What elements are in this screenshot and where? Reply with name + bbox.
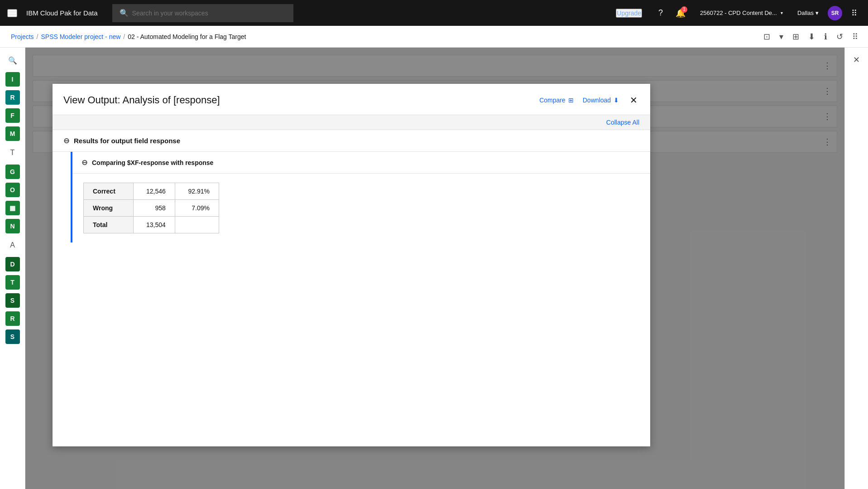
help-button[interactable]: ? bbox=[655, 5, 667, 21]
modal-header-actions: Compare ⊞ Download ⬇ ✕ bbox=[539, 93, 639, 107]
modal-close-button[interactable]: ✕ bbox=[628, 93, 639, 107]
sidebar-icon-g[interactable]: G bbox=[5, 165, 20, 179]
sidebar-icon-r2[interactable]: R bbox=[5, 311, 20, 326]
avatar[interactable]: SR bbox=[828, 6, 842, 20]
results-section: ⊖ Results for output field response ⊖ Co… bbox=[53, 130, 650, 242]
table-cell-correct-label: Correct bbox=[84, 183, 134, 200]
breadcrumb-current: 02 - Automated Modeling for a Flag Targe… bbox=[128, 33, 246, 40]
top-navigation: IBM Cloud Pak for Data 🔍 Upgrade ? 🔔 1 2… bbox=[0, 0, 868, 26]
compare-label: Compare bbox=[539, 97, 566, 104]
breadcrumb-project[interactable]: SPSS Modeler project - new bbox=[41, 33, 120, 40]
breadcrumb-sep-2: / bbox=[123, 33, 125, 40]
modal-toolbar: Collapse All bbox=[53, 115, 650, 130]
table-cell-correct-percent: 92.91% bbox=[175, 183, 219, 200]
sidebar-icon-s[interactable]: S bbox=[5, 293, 20, 308]
subsection-toggle-icon: ⊖ bbox=[82, 158, 87, 167]
modal-view-output: View Output: Analysis of [response] Comp… bbox=[53, 84, 650, 446]
right-panel-close-button[interactable]: ✕ bbox=[849, 51, 863, 68]
breadcrumb-action-2[interactable]: ▾ bbox=[777, 29, 786, 44]
search-container: 🔍 bbox=[112, 4, 293, 22]
download-icon: ⬇ bbox=[614, 97, 619, 104]
table-cell-wrong-label: Wrong bbox=[84, 200, 134, 217]
sidebar-icon-te[interactable]: T bbox=[4, 144, 22, 162]
sidebar-icon-insights[interactable]: I bbox=[5, 72, 20, 87]
account-switcher[interactable]: 2560722 - CPD Content De... ▾ bbox=[695, 10, 788, 16]
subsection-header-label: Comparing $XF-response with response bbox=[92, 159, 213, 166]
search-input[interactable] bbox=[132, 10, 286, 17]
download-label: Download bbox=[583, 97, 611, 104]
data-table-wrapper: Correct 12,546 92.91% Wrong 958 7.09% bbox=[72, 174, 650, 242]
search-icon: 🔍 bbox=[120, 9, 129, 17]
table-cell-total-percent bbox=[175, 217, 219, 233]
account-dropdown-arrow: ▾ bbox=[781, 10, 783, 15]
sidebar-icon-f[interactable]: F bbox=[5, 108, 20, 123]
right-panel: ✕ bbox=[844, 48, 868, 489]
modal-title: View Output: Analysis of [response] bbox=[63, 94, 220, 106]
breadcrumb: Projects / SPSS Modeler project - new / … bbox=[11, 33, 246, 40]
breadcrumb-action-6[interactable]: ↺ bbox=[834, 29, 846, 44]
download-button[interactable]: Download ⬇ bbox=[583, 97, 619, 104]
content-area: ⋮ ⋮ ⋮ ⋮ View Output: Analysis of [respon… bbox=[25, 48, 844, 489]
breadcrumb-sep-1: / bbox=[37, 33, 38, 40]
sidebar-icon-m[interactable]: M bbox=[5, 126, 20, 141]
table-cell-correct-value: 12,546 bbox=[133, 183, 175, 200]
breadcrumb-bar: Projects / SPSS Modeler project - new / … bbox=[0, 26, 868, 48]
subsection-header[interactable]: ⊖ Comparing $XF-response with response bbox=[72, 152, 650, 174]
modal-content: ⊖ Results for output field response ⊖ Co… bbox=[53, 130, 650, 446]
sidebar-icon-d[interactable]: D bbox=[5, 257, 20, 271]
table-row-wrong: Wrong 958 7.09% bbox=[84, 200, 219, 217]
table-cell-wrong-percent: 7.09% bbox=[175, 200, 219, 217]
region-name: Dallas bbox=[797, 10, 814, 16]
grid-icon[interactable]: ⠿ bbox=[848, 5, 861, 22]
account-name: 2560722 - CPD Content De... bbox=[700, 10, 777, 16]
table-cell-total-value: 13,504 bbox=[133, 217, 175, 233]
app-brand: IBM Cloud Pak for Data bbox=[26, 9, 98, 17]
breadcrumb-actions: ⊡ ▾ ⊞ ⬇ ℹ ↺ ⠿ bbox=[761, 29, 861, 44]
sidebar-icon-a[interactable]: A bbox=[4, 236, 22, 254]
breadcrumb-action-7[interactable]: ⠿ bbox=[849, 29, 861, 44]
sidebar-icon-t2[interactable]: ▦ bbox=[5, 201, 20, 215]
section-toggle-icon: ⊖ bbox=[63, 136, 69, 145]
section-header[interactable]: ⊖ Results for output field response bbox=[53, 130, 650, 152]
breadcrumb-action-5[interactable]: ℹ bbox=[821, 29, 830, 44]
region-dropdown-arrow: ▾ bbox=[815, 10, 819, 16]
table-cell-total-label: Total bbox=[84, 217, 134, 233]
subsection: ⊖ Comparing $XF-response with response C… bbox=[71, 152, 650, 242]
sidebar-icon-t3[interactable]: T bbox=[5, 275, 20, 290]
modal-header: View Output: Analysis of [response] Comp… bbox=[53, 84, 650, 115]
table-cell-wrong-value: 958 bbox=[133, 200, 175, 217]
analysis-table: Correct 12,546 92.91% Wrong 958 7.09% bbox=[83, 183, 219, 233]
notification-count: 1 bbox=[681, 6, 687, 13]
breadcrumb-action-1[interactable]: ⊡ bbox=[761, 29, 773, 44]
compare-icon: ⊞ bbox=[568, 97, 574, 104]
breadcrumb-action-4[interactable]: ⬇ bbox=[806, 29, 818, 44]
notifications-button[interactable]: 🔔 1 bbox=[672, 5, 689, 22]
left-sidebar: 🔍 I R F M T G O ▦ N A D T S R S bbox=[0, 48, 25, 489]
sidebar-search[interactable]: 🔍 bbox=[4, 51, 22, 69]
compare-button[interactable]: Compare ⊞ bbox=[539, 97, 574, 104]
upgrade-button[interactable]: Upgrade bbox=[616, 9, 642, 18]
breadcrumb-action-3[interactable]: ⊞ bbox=[790, 29, 802, 44]
sidebar-icon-s2[interactable]: S bbox=[5, 329, 20, 344]
sidebar-icon-o[interactable]: O bbox=[5, 183, 20, 197]
collapse-all-button[interactable]: Collapse All bbox=[606, 119, 639, 126]
menu-icon[interactable] bbox=[7, 9, 17, 17]
region-switcher[interactable]: Dallas ▾ bbox=[794, 10, 822, 16]
sidebar-icon-n[interactable]: N bbox=[5, 219, 20, 233]
sidebar-icon-r[interactable]: R bbox=[5, 90, 20, 105]
table-row-total: Total 13,504 bbox=[84, 217, 219, 233]
table-row-correct: Correct 12,546 92.91% bbox=[84, 183, 219, 200]
main-layout: 🔍 I R F M T G O ▦ N A D T S R S ⋮ ⋮ bbox=[0, 48, 868, 489]
section-header-label: Results for output field response bbox=[74, 137, 180, 145]
breadcrumb-projects[interactable]: Projects bbox=[11, 33, 34, 40]
